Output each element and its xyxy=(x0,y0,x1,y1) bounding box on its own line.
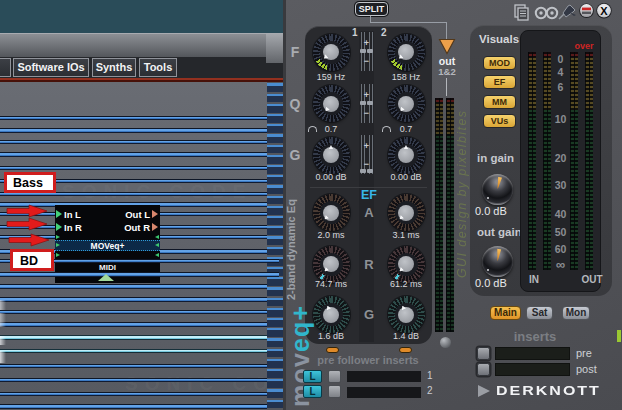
svg-text:X: X xyxy=(600,5,608,17)
